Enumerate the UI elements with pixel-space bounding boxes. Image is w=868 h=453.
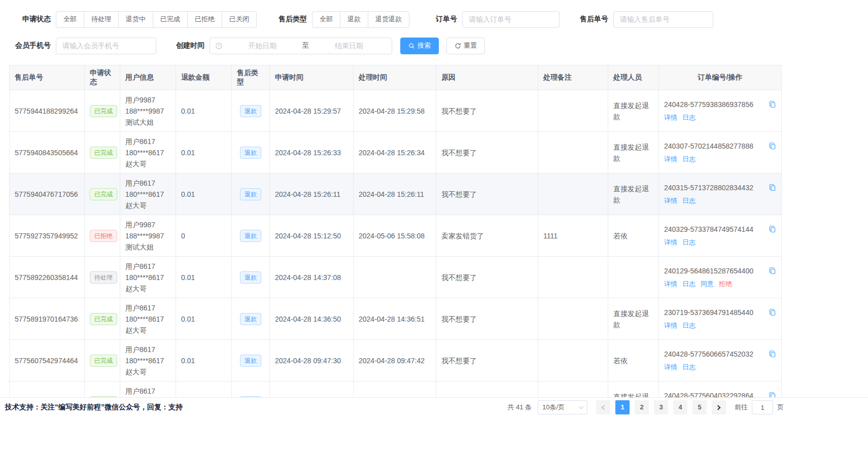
action-approve-link[interactable]: 同意	[701, 278, 714, 290]
copy-icon[interactable]	[769, 142, 776, 150]
order-line: 240129-5648615287654400	[664, 265, 776, 276]
action-detail-link[interactable]: 详情	[664, 320, 677, 331]
aftersale-no-cell: 5775940476717056	[10, 173, 85, 215]
filter-create-time: 创建时间 至	[176, 38, 392, 54]
next-page-button[interactable]	[712, 400, 726, 414]
apply-time-cell	[270, 381, 354, 398]
user-info-cell: 用户8617180****8617赵大哥	[120, 173, 176, 215]
user-info-line: 赵大哥	[125, 325, 170, 336]
order-no: 240428-5775604032292864	[664, 390, 753, 398]
aftersale-type-badge: 退款	[240, 271, 261, 284]
status-badge: 已拒绝	[90, 230, 117, 242]
remark-cell	[538, 173, 608, 215]
status-badge: 已完成	[90, 105, 117, 117]
user-info-cell: 用户9987188****9987测试大姐	[120, 90, 176, 132]
type-cell: 退款	[232, 173, 270, 215]
order-no-input[interactable]	[462, 11, 560, 28]
aftersale-type-option[interactable]: 全部	[312, 11, 340, 28]
user-info-line: 180****8617	[125, 355, 170, 366]
handle-time-cell	[354, 257, 436, 298]
copy-icon[interactable]	[769, 184, 776, 191]
apply-status-option[interactable]: 已关闭	[222, 11, 257, 28]
copy-icon[interactable]	[769, 225, 776, 233]
status-cell: 已完成	[85, 90, 120, 132]
status-badge: 已完成	[90, 355, 117, 367]
reason-cell: 我不想要了	[436, 132, 538, 173]
type-cell: 退款	[232, 90, 270, 132]
remark-cell	[538, 132, 608, 173]
apply-status-option[interactable]: 退货中	[118, 11, 153, 28]
page-size-value: 10条/页	[542, 403, 565, 412]
action-log-link[interactable]: 日志	[682, 278, 696, 290]
apply-status-option[interactable]: 已完成	[153, 11, 188, 28]
filter-panel: 申请状态 全部待处理退货中已完成已拒绝已关闭 售后类型 全部退款退货退款 订单号…	[0, 0, 868, 59]
pagination-total: 共 41 条	[507, 403, 532, 412]
copy-icon[interactable]	[769, 100, 776, 108]
page-jump-input[interactable]	[752, 400, 773, 414]
action-log-link[interactable]: 日志	[682, 154, 696, 165]
action-log-link[interactable]: 日志	[682, 195, 696, 206]
refund-amount-cell: 0	[176, 215, 232, 257]
end-date-input[interactable]	[311, 42, 387, 50]
order-no: 240428-5775938386937856	[664, 99, 753, 110]
action-log-link[interactable]: 日志	[682, 112, 696, 123]
footer-bar: 技术支持：关注“编写美好前程”微信公众号，回复：支持 共 41 条 10条/页 …	[0, 397, 868, 417]
action-log-link[interactable]: 日志	[682, 320, 696, 331]
user-info-line: 赵大哥	[125, 158, 170, 169]
aftersale-type-option[interactable]: 退款	[340, 11, 368, 28]
apply-status-option[interactable]: 已拒绝	[187, 11, 222, 28]
aftersale-no-cell: 5775944188299264	[10, 90, 85, 132]
remark-cell	[538, 340, 608, 381]
user-info-cell: 用户8617180****8617赵大哥	[120, 298, 176, 340]
aftersale-type-option[interactable]: 退货退款	[368, 11, 409, 28]
create-time-range-picker[interactable]: 至	[210, 38, 392, 54]
user-info-cell: 用户8617180****8617赵大哥	[120, 381, 176, 398]
page-button-5[interactable]: 5	[692, 400, 707, 414]
action-log-link[interactable]: 日志	[682, 362, 696, 373]
aftersale-type-badge: 退款	[240, 105, 261, 117]
user-info-line: 测试大姐	[125, 117, 170, 128]
page-button-4[interactable]: 4	[673, 400, 687, 414]
page-button-3[interactable]: 3	[654, 400, 668, 414]
copy-icon[interactable]	[769, 350, 776, 358]
start-date-input[interactable]	[225, 42, 300, 50]
apply-status-option[interactable]: 待处理	[84, 11, 119, 28]
page-button-1[interactable]: 1	[615, 400, 630, 414]
aftersale-no-input[interactable]	[613, 11, 713, 28]
action-log-link[interactable]: 日志	[682, 237, 696, 248]
search-button-label: 搜索	[418, 41, 431, 50]
copy-icon[interactable]	[769, 392, 776, 397]
search-button[interactable]: 搜索	[400, 38, 439, 54]
tech-support-text: 技术支持：关注“编写美好前程”微信公众号，回复：支持	[5, 403, 183, 412]
table-body: 5775944188299264已完成用户9987188****9987测试大姐…	[10, 90, 782, 398]
aftersale-type-options: 全部退款退货退款	[312, 11, 409, 28]
action-detail-link[interactable]: 详情	[664, 278, 677, 290]
copy-icon[interactable]	[769, 308, 776, 316]
reset-button[interactable]: 重置	[446, 38, 485, 54]
table-row: 5775891970164736已完成用户8617180****8617赵大哥0…	[10, 298, 782, 340]
type-cell: 退款	[232, 340, 270, 381]
action-reject-link[interactable]: 拒绝	[719, 278, 732, 290]
page-button-2[interactable]: 2	[635, 400, 649, 414]
action-detail-link[interactable]: 详情	[664, 195, 677, 206]
member-phone-input[interactable]	[56, 38, 156, 54]
aftersale-type-badge: 退款	[240, 355, 261, 367]
type-cell: 退款	[232, 215, 270, 257]
action-detail-link[interactable]: 详情	[664, 112, 677, 123]
apply-status-option[interactable]: 全部	[56, 11, 84, 28]
refund-amount-cell	[176, 381, 232, 398]
page-size-select[interactable]: 10条/页	[538, 400, 587, 414]
handler-cell	[608, 257, 659, 298]
action-detail-link[interactable]: 详情	[664, 154, 677, 165]
search-icon	[408, 43, 415, 49]
action-detail-link[interactable]: 详情	[664, 237, 677, 248]
copy-icon[interactable]	[769, 267, 776, 274]
prev-page-button[interactable]	[596, 400, 610, 414]
refund-amount-cell: 0.01	[176, 340, 232, 381]
user-info-line: 180****8617	[125, 272, 170, 283]
aftersale-management-page: 申请状态 全部待处理退货中已完成已拒绝已关闭 售后类型 全部退款退货退款 订单号…	[0, 0, 868, 397]
action-detail-link[interactable]: 详情	[664, 362, 677, 373]
user-info-cell: 用户8617180****8617赵大哥	[120, 340, 176, 381]
chevron-down-icon	[579, 404, 584, 409]
column-header-reason: 原因	[436, 65, 538, 90]
